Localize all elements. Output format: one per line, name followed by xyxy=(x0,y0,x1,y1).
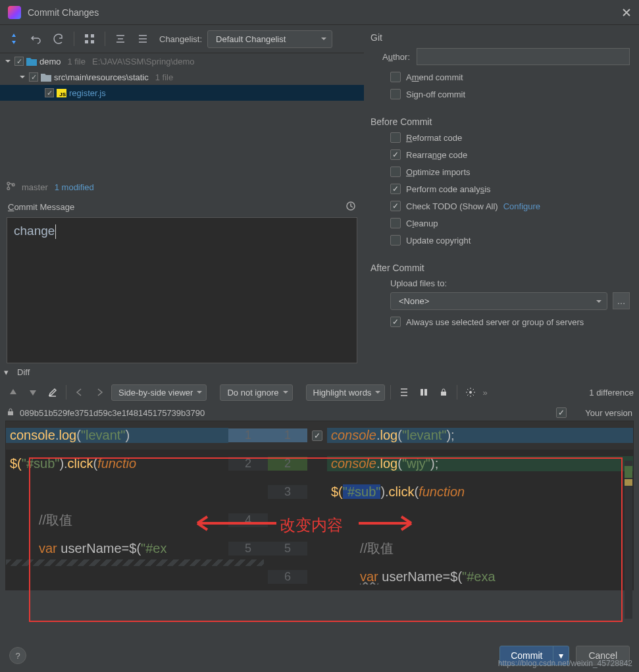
tree-label: register.js xyxy=(69,88,106,98)
copyright-checkbox[interactable]: Update copyright xyxy=(390,235,630,246)
git-section-title: Git xyxy=(371,32,630,43)
changelist-label: Changelist: xyxy=(159,34,202,44)
modified-count[interactable]: 1 modified xyxy=(55,182,94,192)
upload-more-button[interactable]: … xyxy=(613,292,630,309)
rearrange-checkbox[interactable]: Rearrange code xyxy=(390,149,630,160)
commit-toolbar: Changelist: Default Changelist xyxy=(0,25,364,53)
svg-point-5 xyxy=(7,187,10,190)
checkbox[interactable] xyxy=(14,57,24,66)
svg-rect-10 xyxy=(441,392,446,396)
diff-pane[interactable]: console.log("levant") 1 1 console.log("l… xyxy=(5,421,634,590)
changelist-dropdown[interactable]: Default Changelist xyxy=(207,30,332,48)
diff-toolbar: Side-by-side viewer Do not ignore Highli… xyxy=(0,380,639,405)
line-checkbox[interactable] xyxy=(312,430,322,441)
show-diff-icon[interactable] xyxy=(5,30,22,47)
always-server-checkbox[interactable]: Always use selected server or group of s… xyxy=(390,317,630,327)
chevron-down-icon[interactable] xyxy=(4,57,12,65)
folder-icon xyxy=(26,57,37,66)
app-icon xyxy=(8,6,21,19)
svg-rect-1 xyxy=(91,34,94,38)
after-commit-title: After Commit xyxy=(371,263,630,273)
tree-root[interactable]: demo 1 file E:\JAVA\SSM\Spring\demo xyxy=(0,53,364,69)
commit-message-header: Commit Message xyxy=(0,196,364,217)
next-diff-icon[interactable] xyxy=(25,384,41,400)
settings-icon[interactable] xyxy=(463,384,478,400)
cleanup-checkbox[interactable]: Cleanup xyxy=(390,218,630,228)
close-icon[interactable] xyxy=(622,8,631,17)
collapse-unchanged-icon[interactable] xyxy=(396,384,412,400)
diff-count: 1 difference xyxy=(589,388,634,398)
upload-dropdown[interactable]: <None> xyxy=(390,292,607,310)
revision-hash: 089b51b529fe3751d59c3e1f48145175739b3790 xyxy=(20,408,205,418)
reformat-checkbox[interactable]: Reformat code xyxy=(390,132,630,143)
diff-title: Diff xyxy=(17,367,30,377)
author-label: Author: xyxy=(371,52,410,62)
lock-icon xyxy=(7,408,14,418)
collapse-icon[interactable] xyxy=(134,30,151,47)
svg-point-11 xyxy=(469,391,472,394)
svg-rect-12 xyxy=(8,411,13,415)
before-commit-title: Before Commit xyxy=(371,116,630,127)
svg-rect-2 xyxy=(85,40,88,43)
ignore-dropdown[interactable]: Do not ignore xyxy=(220,384,292,401)
watermark: https://blog.csdn.net/weixin_45728842 xyxy=(498,659,632,668)
signoff-checkbox[interactable]: Sign-off commit xyxy=(390,89,630,99)
annotation-text: 改变内容 xyxy=(280,515,343,536)
branch-row: master 1 modified xyxy=(0,178,364,196)
svg-rect-0 xyxy=(85,34,88,38)
amend-checkbox[interactable]: Amend commit xyxy=(390,72,630,82)
folder-icon xyxy=(41,72,51,82)
chevron-down-icon[interactable] xyxy=(18,73,26,81)
forward-icon[interactable] xyxy=(91,384,107,400)
lock-icon[interactable] xyxy=(436,384,451,400)
file-tree[interactable]: demo 1 file E:\JAVA\SSM\Spring\demo src\… xyxy=(0,53,364,178)
todo-checkbox[interactable]: Check TODO (Show All) Configure xyxy=(390,201,630,211)
commit-message-input[interactable]: change xyxy=(7,217,357,363)
prev-diff-icon[interactable] xyxy=(5,384,21,400)
window-title: Commit Changes xyxy=(28,7,622,18)
sync-scroll-icon[interactable] xyxy=(416,384,432,400)
analysis-checkbox[interactable]: Perform code analysis xyxy=(390,184,630,194)
branch-icon xyxy=(7,182,15,192)
svg-rect-3 xyxy=(91,40,94,43)
upload-label: Upload files to: xyxy=(390,278,630,288)
expand-icon[interactable] xyxy=(112,30,129,47)
svg-rect-8 xyxy=(421,389,423,396)
more-icon[interactable]: » xyxy=(482,388,487,398)
back-icon[interactable] xyxy=(72,384,88,400)
svg-rect-9 xyxy=(424,389,427,396)
history-icon[interactable] xyxy=(345,201,356,213)
diff-revision-row: 089b51b529fe3751d59c3e1f48145175739b3790… xyxy=(0,405,639,421)
group-icon[interactable] xyxy=(81,30,98,47)
highlight-dropdown[interactable]: Highlight words xyxy=(306,384,386,401)
minimap[interactable] xyxy=(625,461,632,619)
commit-message-label: Commit Message xyxy=(8,202,74,212)
branch-name: master xyxy=(22,182,48,192)
undo-icon[interactable] xyxy=(28,30,45,47)
author-input[interactable] xyxy=(417,48,630,65)
tree-file[interactable]: JS register.js xyxy=(0,85,364,101)
diff-header[interactable]: ▾ Diff xyxy=(0,363,639,380)
your-version-label: Your version xyxy=(585,408,632,418)
checkbox[interactable] xyxy=(29,72,38,82)
refresh-icon[interactable] xyxy=(50,30,67,47)
titlebar: Commit Changes xyxy=(0,0,639,25)
tree-folder[interactable]: src\main\resources\static 1 file xyxy=(0,69,364,85)
js-file-icon: JS xyxy=(57,89,66,97)
tree-label: demo xyxy=(39,57,61,66)
chevron-down-icon[interactable]: ▾ xyxy=(4,367,13,377)
tree-label: src\main\resources\static xyxy=(54,72,149,82)
optimize-checkbox[interactable]: Optimize imports xyxy=(390,167,630,177)
configure-link[interactable]: Configure xyxy=(503,201,540,211)
checkbox[interactable] xyxy=(45,88,54,97)
checkbox[interactable] xyxy=(556,407,567,418)
svg-point-4 xyxy=(7,182,10,185)
viewer-dropdown[interactable]: Side-by-side viewer xyxy=(111,384,207,401)
edit-icon[interactable] xyxy=(45,384,61,400)
help-button[interactable]: ? xyxy=(9,647,26,664)
